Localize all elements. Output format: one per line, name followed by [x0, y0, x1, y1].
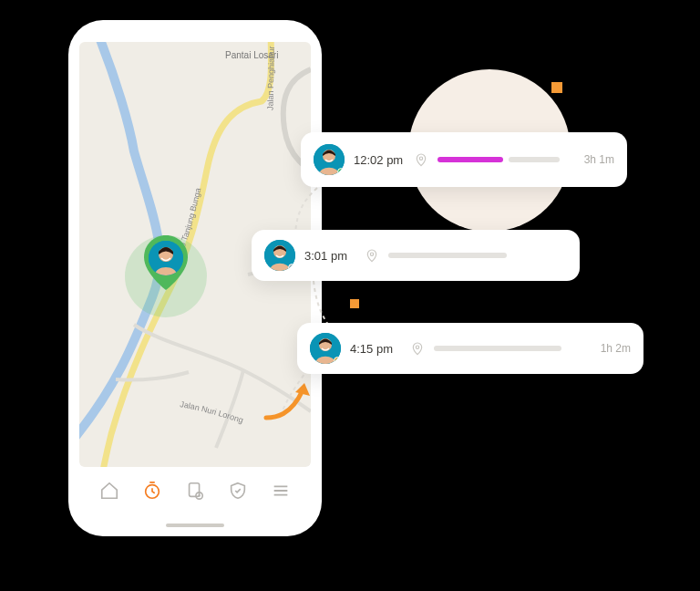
avatar	[149, 241, 183, 275]
avatar	[314, 144, 345, 175]
shield-icon[interactable]	[227, 480, 249, 502]
activity-bar	[434, 346, 592, 351]
connector-line	[290, 186, 326, 230]
menu-icon[interactable]	[270, 480, 292, 502]
home-icon[interactable]	[98, 480, 120, 502]
decorative-square	[350, 299, 359, 308]
status-dot	[337, 168, 345, 175]
svg-point-7	[419, 157, 422, 160]
timeline-time: 4:15 pm	[350, 342, 401, 356]
status-dot	[334, 357, 341, 364]
connector-line	[310, 279, 337, 327]
status-dot	[288, 264, 295, 271]
avatar	[264, 240, 295, 271]
timeline-duration: 1h 2m	[601, 342, 631, 355]
pin-icon	[365, 248, 379, 263]
report-icon[interactable]	[184, 480, 206, 502]
timer-icon[interactable]	[141, 480, 163, 502]
activity-bar	[438, 157, 575, 162]
svg-rect-3	[190, 483, 200, 497]
pin-icon	[410, 341, 425, 356]
timeline-time: 3:01 pm	[304, 249, 355, 263]
bottom-nav	[79, 469, 311, 513]
activity-bar	[388, 253, 558, 258]
timeline-card[interactable]: 12:02 pm 3h 1m	[301, 132, 627, 187]
street-label: Jalan Penghiabur	[265, 47, 276, 110]
svg-point-13	[416, 346, 418, 348]
decorative-square	[551, 82, 562, 93]
timeline-card[interactable]: 3:01 pm	[252, 230, 580, 281]
timeline-card[interactable]: 4:15 pm 1h 2m	[297, 323, 643, 374]
home-indicator	[166, 524, 224, 527]
curved-arrow-icon	[259, 372, 323, 427]
timeline-duration: 3h 1m	[584, 153, 614, 166]
avatar	[310, 333, 341, 364]
pin-icon	[414, 152, 428, 167]
timeline-time: 12:02 pm	[354, 153, 405, 167]
svg-point-10	[370, 253, 373, 255]
